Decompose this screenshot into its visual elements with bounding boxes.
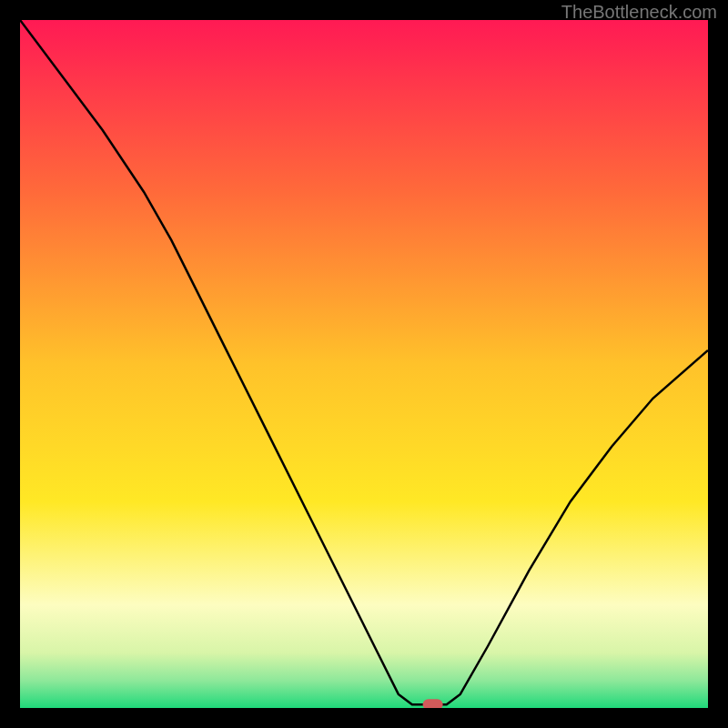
plot-area	[20, 20, 708, 708]
bottleneck-chart	[20, 20, 708, 708]
gradient-background	[20, 20, 708, 708]
optimal-marker	[423, 699, 443, 708]
chart-container: TheBottleneck.com	[0, 0, 728, 728]
watermark-label: TheBottleneck.com	[561, 2, 717, 23]
